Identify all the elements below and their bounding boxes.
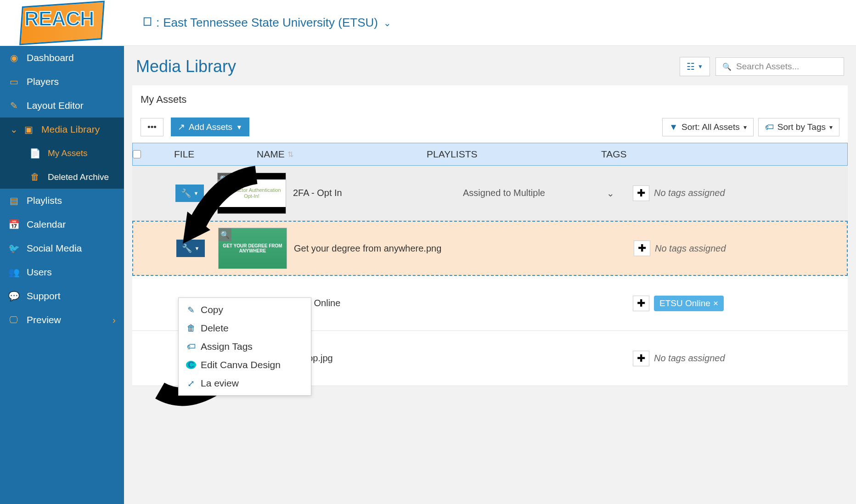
asset-name[interactable]: TSU Online (293, 298, 463, 308)
column-name[interactable]: NAME ⇅ (257, 149, 427, 160)
sidebar-item-label: Playlists (27, 195, 62, 206)
edit-icon: ✎ (8, 100, 19, 111)
dashboard-icon: ◉ (8, 52, 19, 63)
asset-thumbnail[interactable]: 🔍 GET YOUR DEGREE FROM ANYWHERE (218, 228, 287, 269)
sidebar-subitem-label: Deleted Archive (48, 172, 109, 182)
canva-icon: C (186, 361, 196, 369)
add-tag-button[interactable]: ✚ (633, 296, 649, 311)
logo-text: REACH (24, 7, 94, 30)
expand-icon: ⤢ (186, 378, 196, 389)
asset-name[interactable]: 2FA - Opt In (293, 188, 463, 198)
twitter-icon: 🐦 (8, 243, 19, 254)
sidebar-item-layout-editor[interactable]: ✎ Layout Editor (0, 94, 124, 118)
sort-icon: ⇅ (287, 150, 293, 159)
sidebar-item-users[interactable]: 👥 Users (0, 260, 124, 284)
dropdown-delete[interactable]: 🗑 Delete (179, 319, 311, 337)
magnify-icon: 🔍 (219, 228, 231, 241)
dropdown-assign-tags[interactable]: 🏷 Assign Tags (179, 337, 311, 356)
tag-pill[interactable]: ETSU Online × (654, 296, 724, 311)
facility-selector[interactable]: : East Tennessee State University (ETSU)… (142, 16, 391, 30)
sidebar-item-label: Players (27, 76, 59, 87)
sort-tags-label: Sort by Tags (777, 122, 826, 132)
no-tags-text: No tags assigned (655, 243, 726, 254)
sidebar-item-label: Dashboard (27, 52, 74, 63)
users-icon: 👥 (8, 267, 19, 278)
file-icon: 📄 (29, 148, 40, 159)
page-title: Media Library (136, 57, 236, 76)
remove-tag-icon[interactable]: × (713, 298, 718, 308)
ellipsis-icon: ••• (147, 122, 157, 132)
main-content: Media Library ☷ ▼ 🔍 My Assets ••• ↗ (124, 0, 856, 504)
dropdown-edit-canva[interactable]: C Edit Canva Design (179, 356, 311, 374)
wrench-icon: 🔧 (182, 243, 192, 253)
caret-down-icon: ▼ (698, 63, 703, 70)
search-icon: 🔍 (722, 62, 732, 71)
add-tag-button[interactable]: ✚ (633, 351, 649, 366)
sidebar-item-label: Users (27, 267, 52, 278)
row-actions-button[interactable]: 🔧 ▼ (175, 185, 204, 202)
copy-icon: ✎ (186, 305, 196, 315)
svg-rect-0 (144, 18, 151, 26)
sidebar-item-players[interactable]: ▭ Players (0, 70, 124, 94)
sidebar-item-preview[interactable]: 🖵 Preview › (0, 308, 124, 332)
sidebar-item-dashboard[interactable]: ◉ Dashboard (0, 46, 124, 70)
sort-assets-label: Sort: All Assets (681, 122, 740, 132)
add-tag-button[interactable]: ✚ (633, 185, 649, 201)
magnify-icon: 🔍 (218, 173, 231, 186)
sidebar-item-calendar[interactable]: 📅 Calendar (0, 213, 124, 236)
row-actions-dropdown: ✎ Copy 🗑 Delete 🏷 Assign Tags C Edit Can… (178, 297, 311, 396)
more-actions-button[interactable]: ••• (141, 118, 163, 136)
dropdown-large-preview[interactable]: ⤢ La eview (179, 374, 311, 392)
sidebar-item-label: Social Media (27, 243, 82, 254)
sidebar-item-playlists[interactable]: ▤ Playlists (0, 189, 124, 213)
table-row[interactable]: 🔧 ▼ 🔍 GET YOUR DEGREE FROM ANYWHERE Get … (132, 221, 848, 276)
asset-thumbnail[interactable]: 🔍 Two-Factor Authentication Opt-In! (217, 173, 286, 214)
row-actions-button[interactable]: 🔧 ▼ (176, 240, 205, 257)
asset-name[interactable]: Get your degree from anywhere.png (294, 243, 464, 254)
trash-icon: 🗑 (29, 172, 40, 182)
tag-icon: 🏷 (186, 342, 196, 352)
caret-down-icon: ▾ (743, 123, 747, 131)
caret-down-icon: ▼ (194, 190, 199, 196)
top-bar: REACH : East Tennessee State University … (0, 0, 856, 46)
sort-assets-button[interactable]: ▼ Sort: All Assets ▾ (662, 118, 754, 136)
table-row[interactable]: 🔧 ▼ 🔍 Two-Factor Authentication Opt-In! (132, 166, 848, 221)
search-input[interactable] (736, 62, 837, 72)
no-tags-text: No tags assigned (654, 188, 725, 198)
column-playlists[interactable]: PLAYLISTS (427, 149, 597, 160)
sidebar-item-label: Calendar (27, 219, 66, 230)
add-tag-button[interactable]: ✚ (634, 241, 650, 256)
logo[interactable]: REACH (0, 0, 124, 46)
sort-by-tags-button[interactable]: 🏷 Sort by Tags ▾ (758, 118, 839, 136)
view-toggle-button[interactable]: ☷ ▼ (680, 57, 710, 76)
image-icon: ▣ (23, 124, 34, 135)
column-file[interactable]: FILE (169, 149, 257, 160)
sidebar: ◉ Dashboard ▭ Players ✎ Layout Editor ⌄ … (0, 0, 124, 504)
sidebar-item-label: Support (27, 291, 61, 302)
filter-icon: ▼ (669, 122, 678, 132)
column-tags[interactable]: TAGS (597, 149, 847, 160)
sidebar-subitem-deleted-archive[interactable]: 🗑 Deleted Archive (0, 165, 124, 189)
select-all-checkbox[interactable] (133, 150, 141, 158)
caret-down-icon: ▼ (195, 246, 200, 251)
dropdown-copy[interactable]: ✎ Copy (179, 301, 311, 319)
sidebar-item-label: Preview (27, 314, 61, 325)
asset-name[interactable]: laptop.jpg (293, 353, 463, 364)
playlist-icon: ▤ (8, 195, 19, 206)
chat-icon: 💬 (8, 291, 19, 302)
chevron-down-icon: ⌄ (607, 188, 614, 199)
sidebar-item-support[interactable]: 💬 Support (0, 284, 124, 308)
monitor-icon: 🖵 (8, 315, 19, 325)
table-header: FILE NAME ⇅ PLAYLISTS TAGS (132, 143, 848, 166)
sidebar-item-label: Layout Editor (27, 100, 84, 111)
sidebar-item-media-library[interactable]: ⌄ ▣ Media Library (0, 118, 124, 141)
sidebar-item-social-media[interactable]: 🐦 Social Media (0, 236, 124, 260)
search-assets-box[interactable]: 🔍 (715, 57, 844, 76)
sidebar-subitem-label: My Assets (48, 148, 88, 158)
add-assets-label: Add Assets (189, 122, 232, 132)
asset-playlist[interactable]: Assigned to Multiple ⌄ (463, 188, 633, 199)
sidebar-subitem-my-assets[interactable]: 📄 My Assets (0, 141, 124, 165)
panel-title: My Assets (141, 94, 839, 106)
add-assets-button[interactable]: ↗ Add Assets ▼ (171, 118, 249, 136)
sidebar-item-label: Media Library (41, 124, 100, 135)
